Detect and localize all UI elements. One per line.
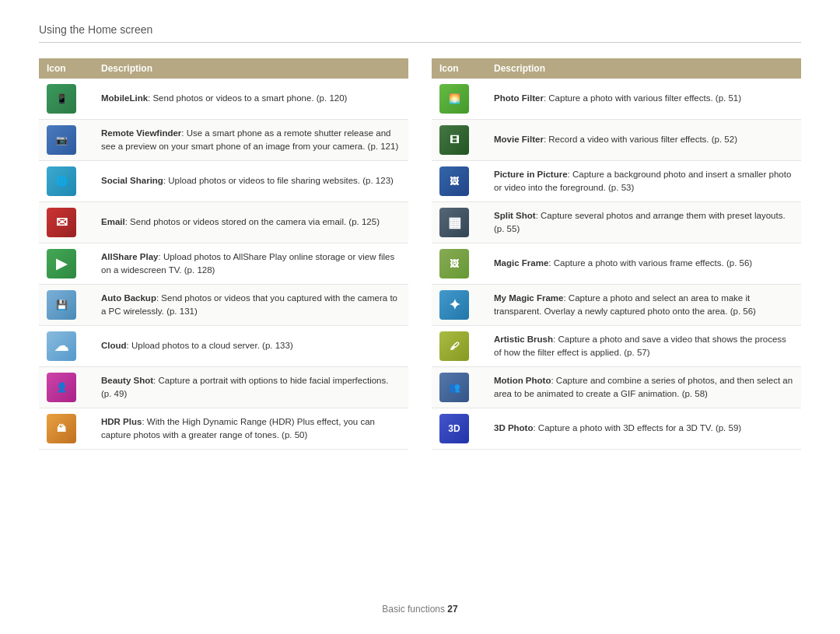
icon-image: 👥 xyxy=(439,373,469,402)
left-icon-cell: ✉ xyxy=(39,202,93,243)
left-desc-cell: Beauty Shot: Capture a portrait with opt… xyxy=(93,367,408,408)
right-desc-cell: Motion Photo: Capture and combine a seri… xyxy=(486,367,801,408)
right-icon-cell: 🖌 xyxy=(432,326,486,367)
left-icon-cell: 💾 xyxy=(39,285,93,326)
icon-image: 🖼 xyxy=(439,249,469,278)
icon-image: 💾 xyxy=(47,290,76,320)
right-icon-cell: 🖼 xyxy=(432,243,486,285)
icon-image: ✦ xyxy=(439,290,469,320)
left-table-row: 🏔HDR Plus: With the High Dynamic Range (… xyxy=(39,408,408,450)
icon-image: 🌅 xyxy=(439,84,469,114)
right-desc-cell: Split Shot: Capture several photos and a… xyxy=(486,202,801,243)
left-icon-cell: 📱 xyxy=(39,79,93,120)
left-table-body: 📱MobileLink: Send photos or videos to a … xyxy=(39,79,408,450)
left-icon-cell: 👤 xyxy=(39,367,93,408)
icon-image: 🎞 xyxy=(439,125,469,155)
icon-image: 🖌 xyxy=(439,331,469,361)
right-table-row: 🖼Picture in Picture: Capture a backgroun… xyxy=(432,161,801,202)
right-table-header-row: Icon Description xyxy=(432,58,801,79)
left-icon-cell: 🏔 xyxy=(39,408,93,450)
page-footer: Basic functions 27 xyxy=(0,604,840,615)
footer-label: Basic functions xyxy=(382,604,445,615)
icon-image: ▶ xyxy=(47,249,76,278)
right-desc-cell: Magic Frame: Capture a photo with variou… xyxy=(486,243,801,285)
left-table: Icon Description 📱MobileLink: Send photo… xyxy=(39,58,408,450)
left-table-row: 📷Remote Viewfinder: Use a smart phone as… xyxy=(39,120,408,161)
icon-image: ☁ xyxy=(47,331,76,361)
left-col-icon: Icon xyxy=(39,58,93,79)
icon-image: 🌐 xyxy=(47,166,76,196)
left-desc-cell: Remote Viewfinder: Use a smart phone as … xyxy=(93,120,408,161)
right-desc-cell: Movie Filter: Record a video with variou… xyxy=(486,120,801,161)
right-desc-cell: 3D Photo: Capture a photo with 3D effect… xyxy=(486,408,801,450)
right-table-row: 3D3D Photo: Capture a photo with 3D effe… xyxy=(432,408,801,450)
left-desc-cell: Email: Send photos or videos stored on t… xyxy=(93,202,408,243)
right-table: Icon Description 🌅Photo Filter: Capture … xyxy=(432,58,801,450)
icon-image: ✉ xyxy=(47,208,76,237)
right-icon-cell: ▦ xyxy=(432,202,486,243)
left-icon-cell: 🌐 xyxy=(39,161,93,202)
left-table-row: ✉Email: Send photos or videos stored on … xyxy=(39,202,408,243)
page: Using the Home screen Icon Description 📱… xyxy=(0,0,840,634)
left-table-row: 📱MobileLink: Send photos or videos to a … xyxy=(39,79,408,120)
left-desc-cell: Auto Backup: Send photos or videos that … xyxy=(93,285,408,326)
icon-image: 3D xyxy=(439,414,469,443)
left-table-row: 💾Auto Backup: Send photos or videos that… xyxy=(39,285,408,326)
right-table-row: 🎞Movie Filter: Record a video with vario… xyxy=(432,120,801,161)
left-table-row: 👤Beauty Shot: Capture a portrait with op… xyxy=(39,367,408,408)
left-desc-cell: AllShare Play: Upload photos to AllShare… xyxy=(93,243,408,285)
icon-image: 🏔 xyxy=(47,414,76,443)
page-header: Using the Home screen xyxy=(39,23,801,43)
right-table-row: 🖌Artistic Brush: Capture a photo and sav… xyxy=(432,326,801,367)
right-table-wrapper: Icon Description 🌅Photo Filter: Capture … xyxy=(432,58,801,450)
right-col-description: Description xyxy=(486,58,801,79)
icon-image: 🖼 xyxy=(439,166,469,196)
left-table-header-row: Icon Description xyxy=(39,58,408,79)
right-desc-cell: Artistic Brush: Capture a photo and save… xyxy=(486,326,801,367)
right-icon-cell: 🎞 xyxy=(432,120,486,161)
right-table-row: 👥Motion Photo: Capture and combine a ser… xyxy=(432,367,801,408)
left-table-row: ▶AllShare Play: Upload photos to AllShar… xyxy=(39,243,408,285)
left-icon-cell: 📷 xyxy=(39,120,93,161)
left-desc-cell: Cloud: Upload photos to a cloud server. … xyxy=(93,326,408,367)
tables-container: Icon Description 📱MobileLink: Send photo… xyxy=(39,58,801,450)
icon-image: 📷 xyxy=(47,125,76,155)
icon-image: ▦ xyxy=(439,208,469,237)
page-number: 27 xyxy=(447,604,457,615)
right-icon-cell: 🖼 xyxy=(432,161,486,202)
right-col-icon: Icon xyxy=(432,58,486,79)
icon-image: 👤 xyxy=(47,373,76,402)
left-table-row: ☁Cloud: Upload photos to a cloud server.… xyxy=(39,326,408,367)
left-desc-cell: HDR Plus: With the High Dynamic Range (H… xyxy=(93,408,408,450)
right-desc-cell: Picture in Picture: Capture a background… xyxy=(486,161,801,202)
icon-image: 📱 xyxy=(47,84,76,114)
right-icon-cell: 🌅 xyxy=(432,79,486,120)
right-icon-cell: 3D xyxy=(432,408,486,450)
right-table-row: 🖼Magic Frame: Capture a photo with vario… xyxy=(432,243,801,285)
left-desc-cell: Social Sharing: Upload photos or videos … xyxy=(93,161,408,202)
left-table-row: 🌐Social Sharing: Upload photos or videos… xyxy=(39,161,408,202)
right-icon-cell: ✦ xyxy=(432,285,486,326)
left-icon-cell: ☁ xyxy=(39,326,93,367)
right-table-body: 🌅Photo Filter: Capture a photo with vari… xyxy=(432,79,801,450)
right-icon-cell: 👥 xyxy=(432,367,486,408)
left-icon-cell: ▶ xyxy=(39,243,93,285)
page-title: Using the Home screen xyxy=(39,23,152,36)
left-table-wrapper: Icon Description 📱MobileLink: Send photo… xyxy=(39,58,408,450)
right-table-row: ▦Split Shot: Capture several photos and … xyxy=(432,202,801,243)
left-col-description: Description xyxy=(93,58,408,79)
right-table-row: ✦My Magic Frame: Capture a photo and sel… xyxy=(432,285,801,326)
right-table-row: 🌅Photo Filter: Capture a photo with vari… xyxy=(432,79,801,120)
right-desc-cell: My Magic Frame: Capture a photo and sele… xyxy=(486,285,801,326)
left-desc-cell: MobileLink: Send photos or videos to a s… xyxy=(93,79,408,120)
right-desc-cell: Photo Filter: Capture a photo with vario… xyxy=(486,79,801,120)
